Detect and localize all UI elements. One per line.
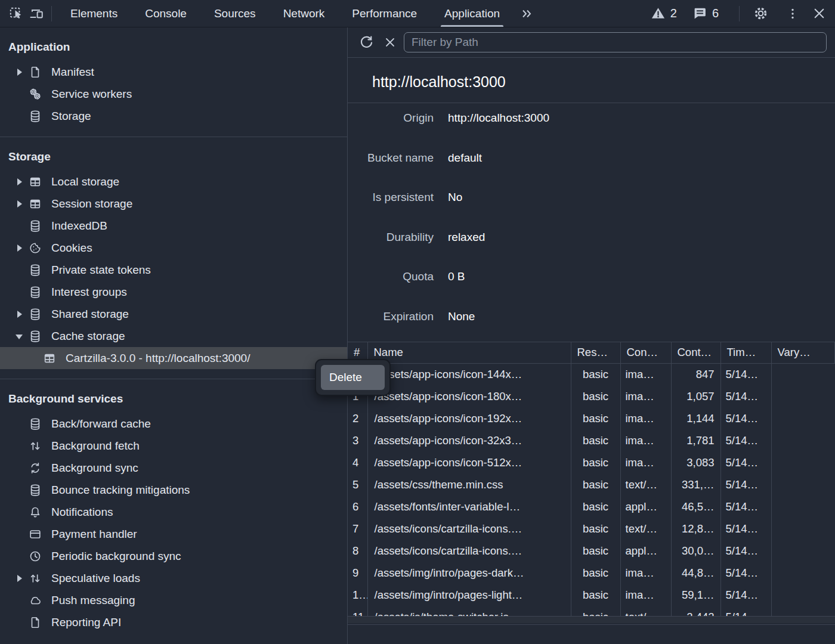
inspect-element-button[interactable] <box>6 4 26 24</box>
disclosure-arrow[interactable] <box>16 552 24 561</box>
warnings-badge[interactable]: 2 <box>651 6 677 21</box>
sidebar-item-notifications[interactable]: Notifications <box>0 501 347 523</box>
disclosure-arrow[interactable] <box>16 244 24 252</box>
console-messages-badge[interactable]: 6 <box>692 6 719 21</box>
cell-response-type: basic <box>571 562 620 584</box>
row-5[interactable]: 5 /assets/css/theme.min.css basic text/…… <box>348 473 834 496</box>
disclosure-arrow[interactable] <box>16 178 24 186</box>
col-con[interactable]: Con… <box>620 342 671 363</box>
cell-response-type: basic <box>571 496 620 518</box>
sidebar-item-bounce-tracking-mitigations[interactable]: Bounce tracking mitigations <box>0 479 347 501</box>
close-icon <box>812 6 827 21</box>
sidebar-item-session-storage[interactable]: Session storage <box>0 193 347 215</box>
filter-by-path-input[interactable] <box>404 32 827 52</box>
horizontal-scrollbar[interactable] <box>348 616 835 623</box>
sidebar-item-service-workers[interactable]: Service workers <box>0 83 347 105</box>
cell-response-type: basic <box>571 363 620 385</box>
cell-content-type: text/… <box>620 518 671 540</box>
sidebar-item-cookies[interactable]: Cookies <box>0 237 347 259</box>
disclosure-arrow[interactable] <box>16 266 24 274</box>
disclosure-arrow[interactable] <box>16 486 24 494</box>
toolbar-divider <box>51 6 52 21</box>
disclosure-arrow[interactable] <box>16 200 24 208</box>
cell-content-length: 30,0… <box>671 540 720 562</box>
disclosure-arrow[interactable] <box>16 420 24 428</box>
disclosure-arrow[interactable] <box>16 508 24 516</box>
disclosure-arrow[interactable] <box>16 310 24 318</box>
row-4[interactable]: 4 /assets/app-icons/icon-512x… basic ima… <box>348 451 834 473</box>
sidebar-item-payment-handler[interactable]: Payment handler <box>0 523 347 545</box>
col-vary[interactable]: Vary… <box>771 342 834 363</box>
cell-content-length: 331,… <box>671 473 720 496</box>
more-tabs-button[interactable] <box>514 0 540 27</box>
refresh-button[interactable] <box>356 32 376 52</box>
disclosure-arrow[interactable] <box>16 574 24 583</box>
sidebar-item-storage[interactable]: Storage <box>0 105 347 127</box>
row-11[interactable]: 11 /assets/js/theme-switcher.js basic te… <box>348 606 834 616</box>
kebab-menu-icon <box>785 7 800 21</box>
tab-application[interactable]: Application <box>431 0 514 27</box>
tab-network[interactable]: Network <box>270 0 339 27</box>
col-name[interactable]: Name <box>367 342 571 363</box>
disclosure-arrow[interactable] <box>16 596 24 605</box>
row-9[interactable]: 9 /assets/img/intro/pages-dark… basic im… <box>348 562 834 584</box>
row-0[interactable]: 0 /assets/app-icons/icon-144x… basic ima… <box>348 363 834 385</box>
cell-name: /assets/app-icons/icon-512x… <box>367 451 571 473</box>
cell-response-type: basic <box>571 407 620 429</box>
sidebar-item-reporting-api[interactable]: Reporting API <box>0 611 347 633</box>
settings-button[interactable] <box>750 4 771 24</box>
disclosure-arrow[interactable] <box>16 464 24 472</box>
sidebar-item-background-fetch[interactable]: Background fetch <box>0 435 347 457</box>
row-1[interactable]: 1… /assets/img/intro/pages-light… basic … <box>348 584 834 606</box>
close-devtools-button[interactable] <box>809 4 829 24</box>
row-1[interactable]: 1 /assets/app-icons/icon-180x… basic ima… <box>348 385 834 407</box>
context-menu-item-delete[interactable]: Delete <box>321 365 385 390</box>
disclosure-arrow[interactable] <box>16 68 24 76</box>
cell-number: 2 <box>348 407 367 429</box>
table-icon <box>29 175 42 188</box>
cell-name: /assets/fonts/inter-variable-l… <box>367 496 571 518</box>
sidebar-item-interest-groups[interactable]: Interest groups <box>0 281 347 303</box>
warning-count: 2 <box>670 7 677 20</box>
row-2[interactable]: 2 /assets/app-icons/icon-192x… basic ima… <box>348 407 834 429</box>
sidebar-item-periodic-background-sync[interactable]: Periodic background sync <box>0 545 347 567</box>
sidebar-item-local-storage[interactable]: Local storage <box>0 171 347 193</box>
col-tim[interactable]: Tim… <box>720 342 771 363</box>
row-3[interactable]: 3 /assets/app-icons/icon-32x3… basic ima… <box>348 429 834 451</box>
tab-performance[interactable]: Performance <box>338 0 431 27</box>
disclosure-arrow[interactable] <box>16 332 24 340</box>
metadata-value: http://localhost:3000 <box>448 112 549 143</box>
sidebar-item-private-state-tokens[interactable]: Private state tokens <box>0 259 347 281</box>
more-options-button[interactable] <box>783 4 803 24</box>
disclosure-arrow[interactable] <box>16 112 24 120</box>
clear-filter-button[interactable] <box>380 32 400 52</box>
disclosure-arrow[interactable] <box>16 442 24 450</box>
sidebar-item-background-sync[interactable]: Background sync <box>0 457 347 479</box>
row-6[interactable]: 6 /assets/fonts/inter-variable-l… basic … <box>348 496 834 518</box>
disclosure-arrow[interactable] <box>16 530 24 538</box>
tab-sources[interactable]: Sources <box>200 0 270 27</box>
disclosure-arrow[interactable] <box>16 288 24 296</box>
col-cont[interactable]: Cont… <box>671 342 720 363</box>
tab-console[interactable]: Console <box>131 0 200 27</box>
device-toolbar-button[interactable] <box>26 4 47 24</box>
col-res[interactable]: Res… <box>571 342 620 363</box>
disclosure-arrow[interactable] <box>30 354 38 363</box>
sidebar-item-speculative-loads[interactable]: Speculative loads <box>0 567 347 589</box>
tab-elements[interactable]: Elements <box>57 0 131 27</box>
disclosure-arrow[interactable] <box>16 618 24 627</box>
sidebar-item-back-forward-cache[interactable]: Back/forward cache <box>0 413 347 435</box>
sidebar-item-cache-storage[interactable]: Cache storage <box>0 325 347 347</box>
card-icon <box>29 528 42 541</box>
disclosure-arrow[interactable] <box>16 90 24 98</box>
row-8[interactable]: 8 /assets/icons/cartzilla-icons.… basic … <box>348 540 834 562</box>
sidebar-item-cartzilla-3-0-0-http-localhost-3000[interactable]: Cartzilla-3.0.0 - http://localhost:3000/ <box>0 347 347 369</box>
row-7[interactable]: 7 /assets/icons/cartzilla-icons.… basic … <box>348 518 834 540</box>
section-title-background-services: Background services <box>0 379 347 413</box>
sidebar-item-push-messaging[interactable]: Push messaging <box>0 589 347 611</box>
sidebar-item-indexeddb[interactable]: IndexedDB <box>0 215 347 237</box>
sidebar-item-shared-storage[interactable]: Shared storage <box>0 303 347 325</box>
disclosure-arrow[interactable] <box>16 222 24 230</box>
metadata-label: Durability <box>348 231 434 262</box>
sidebar-item-manifest[interactable]: Manifest <box>0 61 347 83</box>
